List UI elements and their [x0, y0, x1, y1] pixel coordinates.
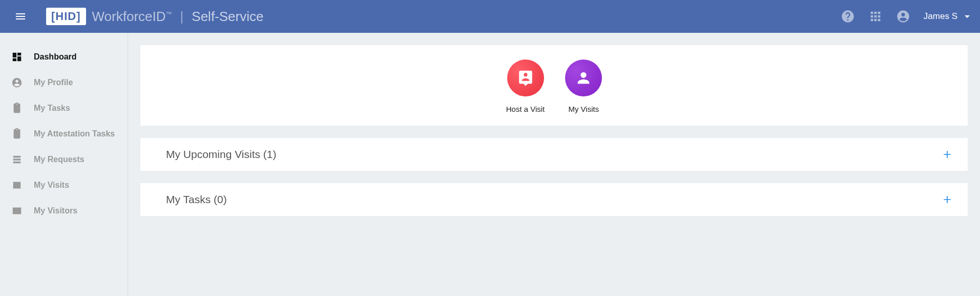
dashboard-icon — [11, 51, 23, 63]
sidebar-item-my-requests[interactable]: My Requests — [0, 147, 128, 172]
host-visit-label: Host a Visit — [506, 105, 545, 113]
quick-actions-card: Host a Visit My Visits — [140, 45, 968, 126]
app-subtitle: Self-Service — [192, 9, 263, 25]
sidebar-item-label: My Requests — [34, 155, 85, 164]
sidebar-item-dashboard[interactable]: Dashboard — [0, 44, 128, 70]
my-visits-label: My Visits — [568, 105, 599, 113]
visitors-icon — [11, 205, 23, 216]
sidebar: Dashboard My Profile My Tasks My Attesta… — [0, 33, 128, 296]
requests-icon — [11, 154, 23, 165]
sidebar-item-my-visitors[interactable]: My Visitors — [0, 198, 128, 224]
visits-icon — [11, 180, 23, 191]
panel-title-my-tasks: My Tasks (0) — [166, 193, 227, 206]
clipboard-check-icon — [11, 128, 23, 140]
my-visits-button[interactable]: My Visits — [565, 60, 602, 113]
header-right: James S — [841, 9, 970, 24]
panel-upcoming-visits[interactable]: My Upcoming Visits (1) — [140, 138, 968, 171]
brand-logo: [HID] WorkforceID™ — [46, 8, 172, 25]
sidebar-item-label: Dashboard — [34, 52, 77, 62]
host-a-visit-button[interactable]: Host a Visit — [506, 60, 545, 113]
sidebar-item-label: My Visits — [34, 181, 69, 190]
help-icon[interactable] — [841, 9, 855, 24]
clipboard-icon — [11, 103, 23, 114]
sidebar-item-my-attestation-tasks[interactable]: My Attestation Tasks — [0, 121, 128, 147]
sidebar-item-label: My Tasks — [34, 104, 70, 113]
app-header: [HID] WorkforceID™ | Self-Service James … — [0, 0, 980, 33]
menu-button[interactable] — [10, 6, 31, 27]
account-icon[interactable] — [896, 9, 910, 24]
chevron-down-icon — [965, 15, 970, 18]
person-pin-icon — [517, 69, 534, 87]
user-menu[interactable]: James S — [924, 11, 970, 22]
sidebar-item-label: My Attestation Tasks — [34, 129, 115, 139]
hid-logo: [HID] — [46, 8, 86, 25]
expand-icon[interactable] — [942, 194, 952, 205]
my-visits-icon-circle — [565, 60, 602, 96]
header-divider: | — [180, 9, 184, 25]
main-content: Host a Visit My Visits My Upcoming Visit… — [128, 33, 980, 296]
user-name: James S — [924, 11, 957, 22]
apps-icon[interactable] — [868, 9, 883, 24]
expand-icon[interactable] — [942, 149, 952, 160]
hamburger-icon — [14, 10, 27, 23]
profile-icon — [11, 77, 23, 88]
panel-title-upcoming-visits: My Upcoming Visits (1) — [166, 148, 277, 161]
sidebar-item-label: My Profile — [34, 78, 73, 87]
person-icon — [575, 69, 592, 87]
sidebar-item-my-visits[interactable]: My Visits — [0, 172, 128, 198]
app-body: Dashboard My Profile My Tasks My Attesta… — [0, 33, 980, 296]
sidebar-item-label: My Visitors — [34, 206, 77, 215]
brand-name: WorkforceID™ — [92, 9, 172, 25]
sidebar-item-my-tasks[interactable]: My Tasks — [0, 95, 128, 121]
sidebar-item-my-profile[interactable]: My Profile — [0, 70, 128, 95]
panel-my-tasks[interactable]: My Tasks (0) — [140, 183, 968, 216]
host-visit-icon-circle — [507, 60, 544, 96]
